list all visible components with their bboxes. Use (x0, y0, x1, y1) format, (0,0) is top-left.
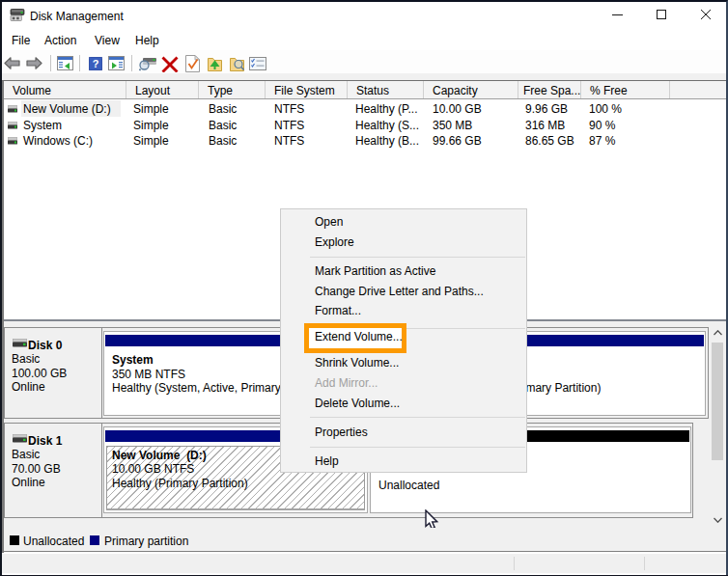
svg-text:?: ? (93, 58, 99, 69)
